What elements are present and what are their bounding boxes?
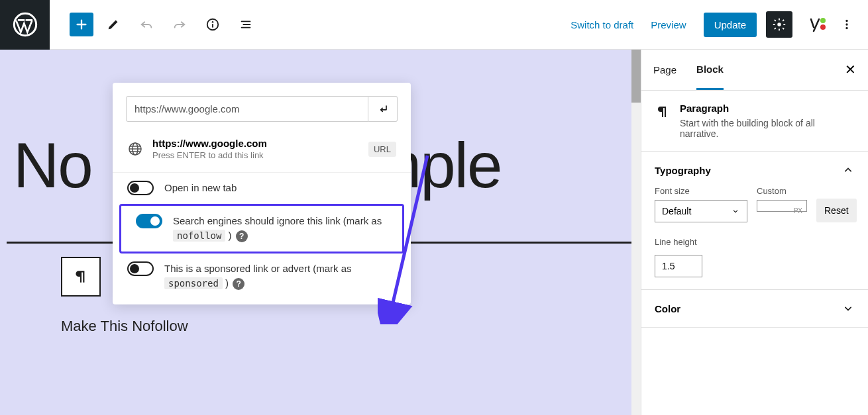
font-size-label: Font size [655,186,747,196]
svg-point-6 [845,23,847,25]
url-preview-hint: Press ENTER to add this link [152,150,368,160]
chevron-up-icon [841,163,855,177]
nofollow-toggle[interactable] [136,214,162,228]
preview-link[interactable]: Preview [651,19,686,30]
typography-panel-header[interactable]: Typography [655,163,855,177]
open-new-tab-toggle[interactable] [127,181,154,195]
tab-page[interactable]: Page [653,51,677,89]
font-size-select[interactable]: Default [655,200,747,222]
help-icon[interactable]: ? [233,278,244,290]
close-sidebar-button[interactable]: ✕ [845,62,856,77]
block-type-icon-box[interactable] [61,257,101,297]
undo-icon[interactable] [133,11,160,38]
paragraph-icon [72,268,89,285]
url-preview-text: https://www.google.com [152,138,368,149]
redo-icon[interactable] [166,11,193,38]
svg-point-7 [845,27,847,29]
paragraph-text[interactable]: Make This Nofollow [61,318,641,335]
tab-block[interactable]: Block [696,50,724,90]
switch-to-draft-link[interactable]: Switch to draft [570,19,633,30]
update-button[interactable]: Update [704,13,757,37]
reset-button[interactable]: Reset [816,199,857,222]
settings-button[interactable] [766,11,792,38]
more-options-button[interactable] [834,11,860,38]
outline-icon[interactable] [233,11,259,38]
chevron-down-icon [841,302,855,315]
svg-point-4 [777,23,781,26]
url-input[interactable] [126,96,368,122]
open-new-tab-label: Open in new tab [164,181,237,196]
sponsored-toggle[interactable] [127,261,154,276]
add-block-button[interactable] [70,13,93,36]
line-height-input[interactable] [655,255,702,277]
url-badge: URL [368,142,396,157]
svg-point-2 [212,21,214,23]
info-icon[interactable] [199,11,226,38]
edit-icon[interactable] [100,11,127,38]
help-icon[interactable]: ? [236,230,248,242]
paragraph-icon [655,104,671,122]
link-popover: https://www.google.com Press ENTER to ad… [113,83,411,304]
submit-url-button[interactable] [368,96,398,122]
wordpress-logo[interactable] [0,0,50,50]
scrollbar[interactable] [631,50,641,415]
svg-point-5 [845,20,847,22]
svg-rect-3 [212,24,213,28]
globe-icon [127,141,143,157]
custom-font-size-input[interactable]: PX [757,200,807,212]
settings-sidebar: Page Block ✕ Paragraph Start with the bu… [641,50,868,415]
block-name: Paragraph [680,103,855,114]
block-description: Start with the building block of all nar… [680,118,855,139]
sponsored-label: This is a sponsored link or advert (mark… [164,261,396,291]
custom-label: Custom [757,186,807,196]
color-panel-header[interactable]: Color [655,302,855,315]
nofollow-label: Search engines should ignore this link (… [173,214,388,244]
yoast-button[interactable] [802,11,828,38]
line-height-label: Line height [655,237,855,247]
